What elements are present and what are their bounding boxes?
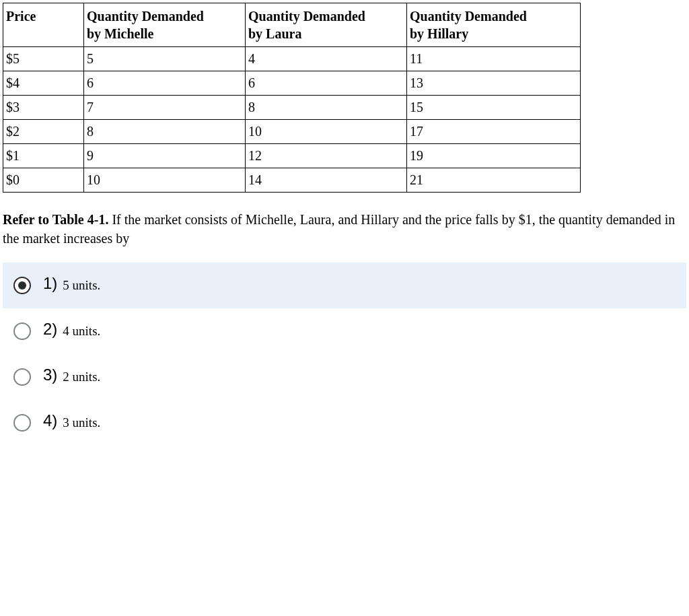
- cell-hillary: 15: [407, 96, 581, 120]
- cell-michelle: 7: [84, 96, 246, 120]
- table-header-row: Price Quantity Demanded by Michelle Quan…: [3, 3, 581, 47]
- options-list: 1) 5 units. 2) 4 units. 3) 2 units. 4) 3…: [3, 263, 686, 446]
- cell-price: $4: [3, 71, 84, 96]
- cell-laura: 8: [246, 96, 407, 120]
- cell-michelle: 9: [84, 144, 246, 168]
- option-1[interactable]: 1) 5 units.: [3, 263, 686, 308]
- cell-price: $2: [3, 120, 84, 144]
- table-row: $3 7 8 15: [3, 96, 581, 120]
- table-body: $5 5 4 11 $4 6 6 13 $3 7 8 15 $2 8 10 17…: [3, 47, 581, 193]
- cell-price: $3: [3, 96, 84, 120]
- table-row: $0 10 14 21: [3, 168, 581, 193]
- cell-laura: 12: [246, 144, 407, 168]
- cell-price: $0: [3, 168, 84, 193]
- cell-hillary: 11: [407, 47, 581, 71]
- cell-michelle: 10: [84, 168, 246, 193]
- header-michelle: Quantity Demanded by Michelle: [84, 3, 246, 47]
- cell-hillary: 21: [407, 168, 581, 193]
- cell-laura: 10: [246, 120, 407, 144]
- header-price: Price: [3, 3, 84, 47]
- cell-hillary: 13: [407, 71, 581, 96]
- header-laura: Quantity Demanded by Laura: [246, 3, 407, 47]
- table-row: $5 5 4 11: [3, 47, 581, 71]
- cell-hillary: 17: [407, 120, 581, 144]
- table-row: $2 8 10 17: [3, 120, 581, 144]
- radio-icon[interactable]: [13, 322, 31, 340]
- header-hillary: Quantity Demanded by Hillary: [407, 3, 581, 47]
- cell-michelle: 5: [84, 47, 246, 71]
- cell-laura: 6: [246, 71, 407, 96]
- cell-price: $1: [3, 144, 84, 168]
- question-text: Refer to Table 4-1. If the market consis…: [3, 210, 686, 248]
- radio-icon[interactable]: [13, 414, 31, 432]
- cell-michelle: 8: [84, 120, 246, 144]
- table-row: $4 6 6 13: [3, 71, 581, 96]
- option-3[interactable]: 3) 2 units.: [3, 354, 686, 400]
- radio-icon[interactable]: [13, 368, 31, 386]
- radio-icon[interactable]: [13, 277, 31, 294]
- cell-hillary: 19: [407, 144, 581, 168]
- table-row: $1 9 12 19: [3, 144, 581, 168]
- cell-laura: 14: [246, 168, 407, 193]
- demand-table: Price Quantity Demanded by Michelle Quan…: [3, 3, 581, 193]
- option-2[interactable]: 2) 4 units.: [3, 308, 686, 354]
- cell-michelle: 6: [84, 71, 246, 96]
- cell-laura: 4: [246, 47, 407, 71]
- cell-price: $5: [3, 47, 84, 71]
- option-4[interactable]: 4) 3 units.: [3, 400, 686, 446]
